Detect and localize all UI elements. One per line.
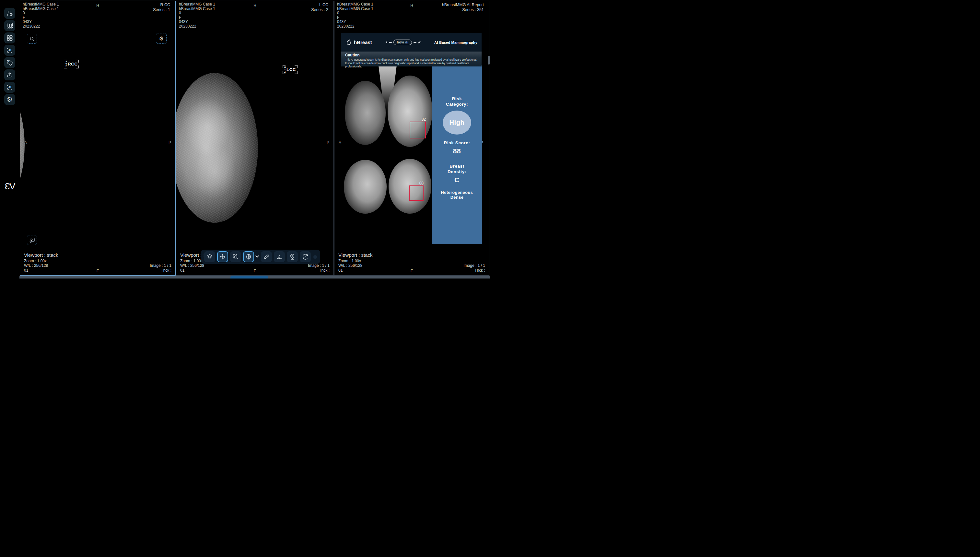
- orientation-marker-left: A: [24, 140, 27, 145]
- series-info: R CC Series : 1: [153, 3, 170, 12]
- breast-density-value: C: [432, 176, 482, 184]
- pin-tool-button[interactable]: [287, 251, 298, 262]
- svg-text:AI: AI: [8, 86, 11, 89]
- angle-tool-button[interactable]: [274, 251, 285, 262]
- angle-icon: [276, 253, 283, 261]
- pan-icon: [219, 253, 226, 261]
- breast-density-description: Heterogeneous Dense: [437, 190, 476, 200]
- view-label: L CC: [311, 3, 328, 7]
- viewport-mode-label: Viewport : stack: [24, 253, 59, 258]
- orientation-marker-top: H: [176, 3, 333, 8]
- roi-marker-lcc: AYZ LCC: [283, 65, 297, 74]
- risk-score-value: 88: [432, 147, 482, 155]
- window-level-tool-button[interactable]: [243, 251, 254, 262]
- ai-report-button[interactable]: AI: [4, 82, 15, 93]
- rotate-icon: [302, 253, 309, 261]
- viewport-ai-report[interactable]: hBreastMMG Case 1hBreastMMG Case 10F043Y…: [334, 1, 489, 275]
- pan-tool-button[interactable]: [217, 251, 228, 262]
- risk-score-label: Risk Score:: [441, 140, 473, 146]
- layers-tool-button[interactable]: [204, 251, 215, 262]
- svg-text:AI: AI: [8, 49, 11, 52]
- zoom-region-icon: [232, 253, 239, 261]
- view-label: R CC: [153, 3, 170, 7]
- orientation-marker-left: A: [180, 140, 183, 145]
- zoom-region-tool-button[interactable]: [230, 251, 241, 262]
- compare-layout-button[interactable]: [4, 20, 15, 31]
- annotations-tag-button[interactable]: [4, 57, 15, 68]
- window-level-label: W/L : 256/128: [180, 263, 215, 268]
- vertical-scrollbar-thumb[interactable]: [488, 56, 490, 65]
- viewport-settings-button[interactable]: ⚙: [156, 33, 167, 44]
- orientation-marker-top: H: [20, 3, 176, 8]
- upload-icon: [6, 71, 13, 78]
- roi-label: RCC: [68, 62, 78, 67]
- orientation-marker-right: P: [169, 140, 171, 145]
- search-button[interactable]: [27, 34, 37, 44]
- breast-density-label: Breast Density:: [441, 163, 473, 174]
- orientation-marker-left: A: [339, 140, 341, 145]
- settings-button[interactable]: ⚙: [4, 94, 15, 105]
- orientation-marker-bottom: F: [335, 269, 489, 273]
- window-level-label: W/L : 256/128: [24, 263, 59, 268]
- image-count-label: Image : 1 / 1: [308, 263, 330, 268]
- image-count-label: Image : 1 / 1: [150, 263, 171, 268]
- ruler-icon: [263, 253, 270, 261]
- detection-score: 82: [422, 117, 426, 122]
- app-logo: ƐV: [0, 182, 20, 192]
- gear-icon: ⚙: [159, 35, 164, 42]
- caution-title: Caution: [345, 53, 477, 57]
- viewport-lcc[interactable]: hBreastMMG Case 1hBreastMMG Case 10F043Y…: [176, 1, 334, 275]
- hbreast-brand-label: hBreast: [354, 39, 372, 45]
- window-level-dropdown-chevron[interactable]: [255, 256, 259, 258]
- hbreast-logo-icon: [345, 39, 352, 46]
- rotate-tool-button[interactable]: [300, 251, 311, 262]
- detection-score: 88: [419, 181, 424, 186]
- upload-button[interactable]: [4, 69, 15, 80]
- vendor-logo: hevi ai: [372, 39, 434, 45]
- risk-category-badge: High: [443, 111, 471, 135]
- ai-brackets-icon: AI: [6, 84, 13, 91]
- viewport-mode-label: Viewport : stack: [338, 253, 373, 258]
- tag-icon: [6, 59, 13, 66]
- horizontal-scrollbar[interactable]: [20, 275, 490, 278]
- grid-layout-icon: [6, 34, 13, 41]
- series-label: Series : 2: [311, 7, 328, 12]
- ruler-tool-button[interactable]: [261, 251, 272, 262]
- ai-bilateral-image-top[interactable]: [343, 67, 432, 154]
- series-label: Series : 351: [442, 7, 484, 12]
- horizontal-scrollbar-thumb[interactable]: [231, 275, 268, 278]
- series-label: Series : 1: [153, 7, 170, 12]
- ai-detection-button[interactable]: AI: [4, 45, 15, 56]
- ai-report-header: hBreast hevi ai AI-Based Mammography Cau…: [341, 33, 481, 67]
- patient-history-button[interactable]: [4, 8, 15, 19]
- window-level-icon: [245, 253, 252, 261]
- risk-summary-panel: Risk Category: High Risk Score: 88 Breas…: [432, 65, 482, 244]
- compare-layout-icon: [6, 22, 13, 29]
- roi-axes: AYZ: [65, 60, 67, 68]
- pin-icon: [289, 253, 296, 261]
- viewport-rcc[interactable]: hBreastMMG Case 1hBreastMMG Case 10F043Y…: [20, 1, 176, 275]
- search-icon: [29, 36, 35, 42]
- detection-box-2: 88: [409, 186, 424, 201]
- series-info: L CC Series : 2: [311, 3, 328, 12]
- orientation-marker-bottom: F: [176, 269, 333, 273]
- mammography-viewer-app: { "colors":{"accent":"#4da3e0","viewport…: [0, 0, 490, 278]
- collapse-viewport-button[interactable]: [27, 235, 37, 245]
- detection-box-1: 82: [410, 122, 426, 138]
- window-level-label: W/L : 256/128: [338, 263, 373, 268]
- report-title: hBreastMMG AI Report: [442, 3, 484, 7]
- ai-brackets-icon: AI: [6, 47, 13, 54]
- grid-layout-button[interactable]: [4, 33, 15, 44]
- risk-category-label: Risk Category:: [441, 65, 473, 107]
- sidebar: AI AI ⚙ ƐV: [0, 0, 20, 278]
- risk-category-value: High: [450, 119, 465, 127]
- roi-label: LCC: [286, 67, 296, 72]
- image-count-label: Image : 1 / 1: [463, 263, 485, 268]
- orientation-marker-right: P: [327, 140, 329, 145]
- collapse-icon: [29, 237, 35, 243]
- gear-icon: ⚙: [7, 96, 13, 103]
- caution-body: This AI-generated report is for diagnost…: [345, 58, 477, 68]
- toolbar-end-dot: [314, 255, 317, 259]
- patient-history-icon: [6, 10, 13, 17]
- image-toolbar: [201, 250, 320, 264]
